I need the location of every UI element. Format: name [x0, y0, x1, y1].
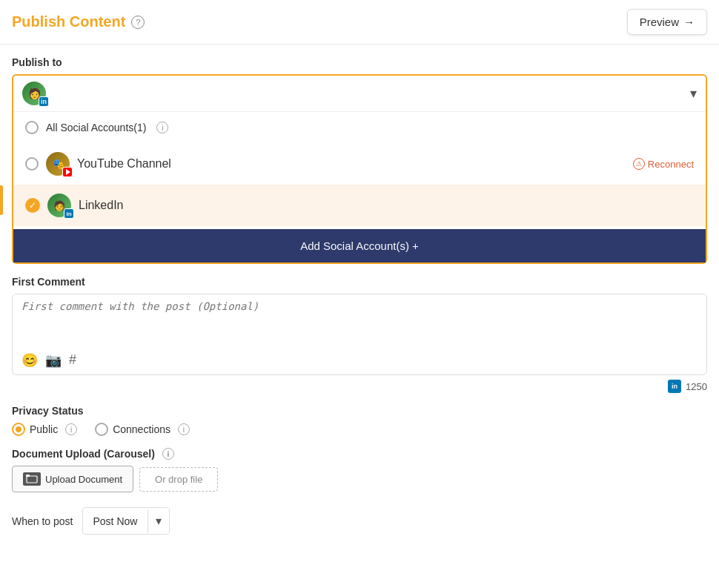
public-radio[interactable] — [12, 423, 25, 436]
public-option[interactable]: Public i — [12, 423, 77, 436]
youtube-radio[interactable] — [25, 157, 39, 171]
add-social-button[interactable]: Add Social Account(s) + — [13, 229, 706, 262]
connections-label: Connections — [113, 423, 170, 435]
all-accounts-info-icon[interactable]: i — [156, 122, 168, 133]
when-to-post-section: When to post Post Now ▾ — [12, 507, 707, 535]
all-accounts-item[interactable]: All Social Accounts(1) i — [13, 112, 706, 143]
post-now-label: Post Now — [83, 509, 149, 533]
comment-textarea[interactable] — [21, 300, 698, 345]
linkedin-account-name: LinkedIn — [79, 199, 124, 212]
linkedin-avatar: 🧑 in — [47, 194, 71, 217]
radio-group: Public i Connections i — [12, 423, 707, 436]
add-social-label: Add Social Account(s) + — [300, 240, 419, 252]
left-accent — [0, 185, 3, 215]
privacy-label: Privacy Status — [12, 405, 707, 417]
char-count: 1250 — [686, 381, 707, 392]
youtube-badge — [62, 167, 73, 177]
linkedin-char-badge: in — [668, 380, 681, 393]
linkedin-badge2: in — [64, 208, 74, 219]
publish-to-dropdown: 🧑 in ▾ All Social Accounts(1) i — [12, 74, 707, 264]
youtube-account-left: 🎭 YouTube Channel — [25, 152, 171, 176]
arrow-right-icon: → — [683, 16, 695, 28]
svg-rect-0 — [27, 476, 37, 483]
when-to-post-label: When to post — [12, 515, 73, 527]
connections-info-icon[interactable]: i — [178, 423, 190, 435]
preview-label: Preview — [640, 16, 679, 28]
camera-icon[interactable]: 📷 — [45, 352, 62, 369]
youtube-avatar: 🎭 — [46, 152, 70, 176]
connections-option[interactable]: Connections i — [95, 423, 190, 436]
linkedin-badge-trigger: in — [39, 96, 49, 107]
page-wrapper: Publish Content ? Preview → Publish to 🧑… — [0, 0, 719, 588]
youtube-account-item[interactable]: 🎭 YouTube Channel ⚠ Reconnect — [13, 143, 706, 185]
header: Publish Content ? Preview → — [0, 0, 719, 44]
help-icon[interactable]: ? — [131, 16, 145, 29]
dropdown-trigger-left: 🧑 in — [22, 82, 141, 105]
header-left: Publish Content ? — [12, 13, 145, 30]
emoji-icon[interactable]: 😊 — [21, 352, 38, 369]
first-comment-label: First Comment — [12, 276, 707, 288]
preview-button[interactable]: Preview → — [627, 9, 707, 35]
main-content: Publish to 🧑 in ▾ — [0, 44, 719, 546]
linkedin-check-icon: ✓ — [25, 198, 40, 213]
page-title: Publish Content — [12, 13, 125, 30]
all-accounts-left: All Social Accounts(1) i — [25, 121, 168, 134]
first-comment-section: First Comment 😊 📷 # in 1250 — [12, 276, 707, 393]
drop-label: Or drop file — [155, 474, 202, 485]
connections-radio[interactable] — [95, 423, 108, 436]
hashtag-icon[interactable]: # — [69, 352, 76, 369]
drop-zone[interactable]: Or drop file — [139, 467, 218, 492]
chevron-down-icon: ▾ — [690, 85, 697, 102]
reconnect-button[interactable]: ⚠ Reconnect — [633, 158, 694, 170]
comment-textarea-wrapper: 😊 📷 # — [12, 294, 707, 375]
public-label: Public — [30, 423, 58, 435]
reconnect-label: Reconnect — [648, 159, 694, 170]
publish-to-label: Publish to — [12, 56, 707, 68]
upload-label: Upload Document — [45, 474, 122, 485]
post-now-chevron-icon[interactable]: ▾ — [148, 508, 169, 534]
dropdown-trigger[interactable]: 🧑 in ▾ — [13, 76, 706, 111]
all-accounts-label: All Social Accounts(1) — [46, 122, 146, 133]
search-input[interactable] — [52, 87, 141, 99]
comment-icons-row: 😊 📷 # — [21, 352, 698, 369]
all-accounts-radio[interactable] — [25, 121, 39, 134]
dropdown-menu: All Social Accounts(1) i 🎭 — [13, 111, 706, 226]
document-info-icon[interactable]: i — [162, 448, 174, 460]
char-count-row: in 1250 — [12, 380, 707, 393]
youtube-account-name: YouTube Channel — [77, 157, 171, 171]
upload-icon — [23, 472, 41, 486]
reconnect-icon: ⚠ — [633, 158, 645, 170]
document-label: Document Upload (Carousel) i — [12, 448, 707, 460]
svg-rect-1 — [26, 475, 30, 477]
post-now-dropdown[interactable]: Post Now ▾ — [82, 507, 170, 535]
public-info-icon[interactable]: i — [65, 423, 77, 435]
privacy-section: Privacy Status Public i Connections i — [12, 405, 707, 436]
linkedin-account-item[interactable]: ✓ 🧑 in LinkedIn — [13, 185, 706, 226]
avatar-linkedin-trigger: 🧑 in — [22, 82, 46, 105]
upload-button[interactable]: Upload Document — [12, 466, 133, 492]
document-section: Document Upload (Carousel) i Upload Docu… — [12, 448, 707, 492]
linkedin-account-left: ✓ 🧑 in LinkedIn — [25, 194, 124, 217]
upload-area: Upload Document Or drop file — [12, 466, 707, 492]
youtube-play-icon — [66, 169, 70, 175]
